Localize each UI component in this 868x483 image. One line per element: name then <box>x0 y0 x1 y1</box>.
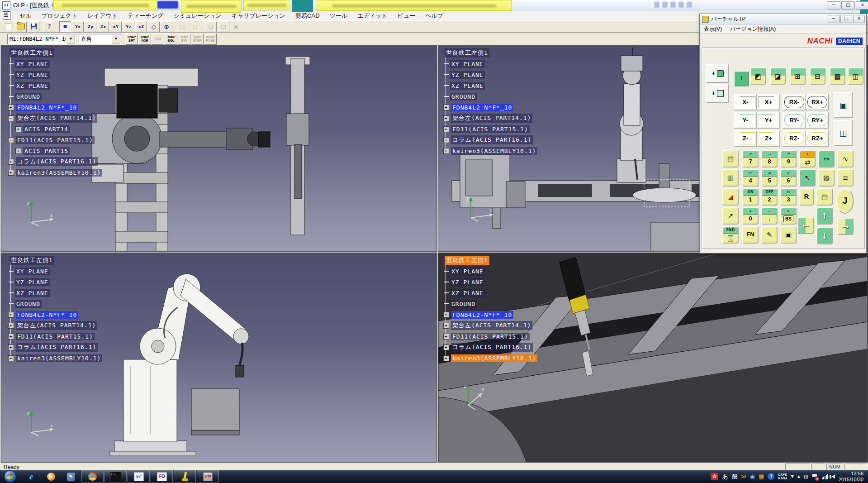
ime-icon[interactable]: ◎ <box>711 473 718 480</box>
tree-item[interactable]: +kairen3(ASSEMBLY10.1) <box>444 353 537 363</box>
volume-icon[interactable] <box>832 474 835 479</box>
tree-item[interactable]: YZ PLANE <box>444 69 537 80</box>
tree-item[interactable]: YZ PLANE <box>9 277 102 287</box>
tp-j-key[interactable]: J <box>836 188 854 214</box>
tp-title-bar[interactable]: バーチャルTP ─ □ × <box>700 14 866 24</box>
tp-page-add-button[interactable]: + <box>706 84 729 103</box>
tp-key-2-off[interactable]: OFF2 <box>761 188 778 206</box>
tray-collapse-icon[interactable]: ▲ <box>797 474 800 478</box>
jog-ry-plus-button[interactable]: RY+ <box>806 112 829 129</box>
tree-expand-box[interactable]: + <box>443 137 449 143</box>
viewport-bottom-right[interactable]: 世良鉄工左側1 XY PLANE YZ PLANE XZ PLANE GROUN… <box>438 253 868 463</box>
menu-project[interactable]: プロジェクト <box>37 11 83 21</box>
tp-key-4[interactable]: ⌐4 <box>742 169 759 187</box>
menu-cell[interactable]: セル <box>14 11 37 21</box>
close-button[interactable]: × <box>856 1 868 10</box>
snap-nor-button[interactable]: SNAPNOR <box>138 33 151 45</box>
tree-expand-box[interactable]: + <box>8 105 14 110</box>
view-yx-button[interactable]: Yx <box>72 21 84 32</box>
menu-view[interactable]: ビュー <box>393 11 421 21</box>
tree-item[interactable]: 世良鉄工左側1 <box>444 255 537 266</box>
tree-item[interactable]: XY PLANE <box>444 58 537 69</box>
tp-clipboard-key[interactable]: ▤ <box>816 188 833 206</box>
tree-item[interactable]: XZ PLANE <box>444 287 537 298</box>
tp-maximize-button[interactable]: □ <box>840 15 852 23</box>
tray-windows-icon[interactable]: ⊞ <box>804 473 808 480</box>
jog-ry-minus-button[interactable]: RY- <box>783 112 806 129</box>
tp-minimize-button[interactable]: ─ <box>828 15 840 23</box>
tp-end-key[interactable]: END⌛ <box>722 226 739 244</box>
minimize-button[interactable]: ─ <box>827 1 840 10</box>
page-button-2[interactable]: ▢ <box>218 21 229 32</box>
maximize-button[interactable]: □ <box>841 1 855 10</box>
tree-item[interactable]: GROUND <box>444 91 537 102</box>
tree-item[interactable]: +コラム(ACIS PART16.1) <box>9 342 102 353</box>
open-file-button[interactable] <box>15 21 27 32</box>
tp-key-dot[interactable]: −. <box>761 207 778 225</box>
tree-expand-box[interactable]: + <box>8 170 14 176</box>
tp-power-button[interactable]: I <box>734 71 749 86</box>
delete-button[interactable]: × <box>230 21 242 32</box>
man-symp-button[interactable]: MANSYMP <box>191 33 204 45</box>
save-button[interactable] <box>28 21 39 32</box>
taskbar-chrome-button[interactable] <box>81 470 104 483</box>
jog-x-minus-button[interactable]: X- <box>734 94 757 110</box>
tree-expand-box[interactable]: - <box>8 137 14 143</box>
tp-key-0[interactable]: +0 <box>742 207 759 225</box>
window-layout-button-1[interactable]: ▢ <box>176 21 188 32</box>
tp-view-search-button[interactable]: ▣ <box>834 92 853 118</box>
tp-key-1-on[interactable]: ON1 <box>742 188 759 206</box>
view-yz-button[interactable]: Yz <box>123 21 134 32</box>
tp-cursor-right-key[interactable]: → <box>837 218 854 235</box>
tp-weld-key[interactable]: ∿ <box>837 150 854 167</box>
tag-button[interactable]: TAG <box>152 33 164 45</box>
man-sigl-button[interactable]: MANSIGL <box>165 33 177 45</box>
jog-rz-minus-button[interactable]: RZ- <box>783 130 806 147</box>
jog-rx-plus-button[interactable]: RX+ <box>806 94 829 110</box>
jog-rx-minus-button[interactable]: RX- <box>783 94 806 110</box>
tp-fn-key[interactable]: FN <box>742 226 759 244</box>
tree-item[interactable]: +FDNB4L2-N*F*_10 <box>444 102 537 113</box>
tree-expand-box[interactable]: + <box>8 159 14 165</box>
new-file-button[interactable] <box>2 21 14 32</box>
tp-key-7[interactable]: ↗7 <box>742 150 759 167</box>
tree-item[interactable]: +FD11(ACIS PART15.1) <box>444 124 537 134</box>
tree-item[interactable]: XY PLANE <box>444 266 537 277</box>
tp-bs-key[interactable]: ↖BS <box>780 207 797 225</box>
tree-item[interactable]: +コラム(ACIS PART16.1) <box>9 156 102 167</box>
tp-axis-key[interactable]: ↖ <box>799 169 816 187</box>
virtual-tp-window[interactable]: バーチャルTP ─ □ × 表示(V) バージョン情報(A) NACHi DAI… <box>699 14 867 253</box>
tray-help-icon[interactable]: ? <box>768 473 774 480</box>
tp-hand-guide-key[interactable]: ◪ <box>770 67 786 85</box>
tree-expand-box[interactable]: + <box>15 126 21 132</box>
menu-layout[interactable]: レイアウト <box>82 11 123 21</box>
tp-close-button[interactable]: × <box>853 15 865 23</box>
tray-tool-icon[interactable]: ✉ <box>741 473 746 480</box>
tree-item[interactable]: YZ PLANE <box>9 69 102 80</box>
tp-move-key[interactable]: ↦ <box>818 150 835 167</box>
tree-item[interactable]: GROUND <box>9 298 102 309</box>
tray-search-icon[interactable]: ◉ <box>750 473 755 480</box>
tree-item[interactable]: GROUND <box>444 298 537 309</box>
tree-expand-box[interactable]: + <box>8 312 14 318</box>
ime-hiragana-indicator[interactable]: あ <box>722 473 728 481</box>
menu-tools[interactable]: ツール <box>325 11 353 21</box>
tree-item[interactable]: XY PLANE <box>9 58 102 69</box>
tp-key-8[interactable]: →8 <box>761 150 778 167</box>
tree-item[interactable]: XZ PLANE <box>9 80 102 91</box>
isometric-view-button[interactable]: ◇ <box>148 21 160 32</box>
tree-item[interactable]: +FDNB4L2-N*F*_10 <box>9 102 102 113</box>
tp-jog-mode-key[interactable]: ⊟ <box>810 67 825 85</box>
tp-cursor-up-key[interactable]: ↑ <box>816 207 833 225</box>
menu-teaching[interactable]: ティーチング <box>123 11 169 21</box>
tree-item[interactable]: +kairen3(ASSEMBLY10.1) <box>9 167 102 178</box>
tree-expand-box[interactable]: + <box>443 344 449 350</box>
tree-expand-box[interactable]: + <box>443 105 449 110</box>
tp-edit-key[interactable]: ✎ <box>761 226 778 244</box>
tp-io-key-2[interactable]: ▥ <box>722 169 739 187</box>
tp-window-switch-key[interactable]: ◫ <box>848 67 863 85</box>
taskbar-robot-app-button[interactable] <box>174 470 196 483</box>
jog-x-plus-button[interactable]: X+ <box>757 94 780 110</box>
tree-item[interactable]: 世良鉄工左側1 <box>9 255 102 266</box>
tp-coord-system-key[interactable]: ⊞ <box>790 67 806 85</box>
